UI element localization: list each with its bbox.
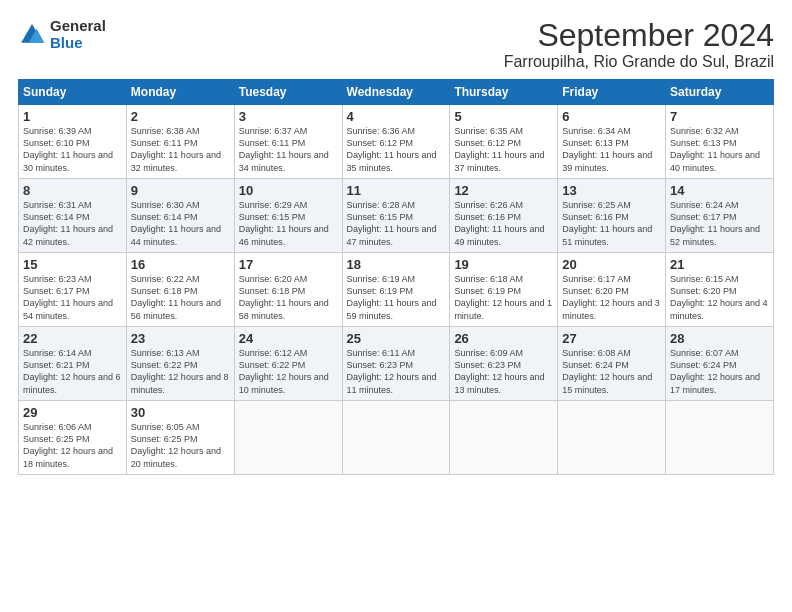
- day-info: Sunrise: 6:30 AMSunset: 6:14 PMDaylight:…: [131, 200, 221, 246]
- day-number: 5: [454, 109, 553, 124]
- day-number: 28: [670, 331, 769, 346]
- day-cell: 29Sunrise: 6:06 AMSunset: 6:25 PMDayligh…: [19, 401, 127, 475]
- day-cell: 18Sunrise: 6:19 AMSunset: 6:19 PMDayligh…: [342, 253, 450, 327]
- day-info: Sunrise: 6:17 AMSunset: 6:20 PMDaylight:…: [562, 274, 660, 320]
- day-info: Sunrise: 6:09 AMSunset: 6:23 PMDaylight:…: [454, 348, 544, 394]
- day-cell: [234, 401, 342, 475]
- header-tuesday: Tuesday: [234, 80, 342, 105]
- day-cell: 12Sunrise: 6:26 AMSunset: 6:16 PMDayligh…: [450, 179, 558, 253]
- day-number: 8: [23, 183, 122, 198]
- day-number: 1: [23, 109, 122, 124]
- day-number: 18: [347, 257, 446, 272]
- day-info: Sunrise: 6:35 AMSunset: 6:12 PMDaylight:…: [454, 126, 544, 172]
- day-cell: 20Sunrise: 6:17 AMSunset: 6:20 PMDayligh…: [558, 253, 666, 327]
- week-row-3: 15Sunrise: 6:23 AMSunset: 6:17 PMDayligh…: [19, 253, 774, 327]
- day-info: Sunrise: 6:06 AMSunset: 6:25 PMDaylight:…: [23, 422, 113, 468]
- day-number: 10: [239, 183, 338, 198]
- day-info: Sunrise: 6:38 AMSunset: 6:11 PMDaylight:…: [131, 126, 221, 172]
- day-number: 17: [239, 257, 338, 272]
- day-info: Sunrise: 6:34 AMSunset: 6:13 PMDaylight:…: [562, 126, 652, 172]
- day-cell: 21Sunrise: 6:15 AMSunset: 6:20 PMDayligh…: [666, 253, 774, 327]
- day-info: Sunrise: 6:15 AMSunset: 6:20 PMDaylight:…: [670, 274, 768, 320]
- day-number: 12: [454, 183, 553, 198]
- day-number: 21: [670, 257, 769, 272]
- day-number: 15: [23, 257, 122, 272]
- logo-general: General: [50, 18, 106, 35]
- header-wednesday: Wednesday: [342, 80, 450, 105]
- day-info: Sunrise: 6:22 AMSunset: 6:18 PMDaylight:…: [131, 274, 221, 320]
- calendar-header-row: SundayMondayTuesdayWednesdayThursdayFrid…: [19, 80, 774, 105]
- logo-icon: [18, 21, 46, 49]
- day-info: Sunrise: 6:20 AMSunset: 6:18 PMDaylight:…: [239, 274, 329, 320]
- day-cell: 13Sunrise: 6:25 AMSunset: 6:16 PMDayligh…: [558, 179, 666, 253]
- week-row-5: 29Sunrise: 6:06 AMSunset: 6:25 PMDayligh…: [19, 401, 774, 475]
- day-cell: 22Sunrise: 6:14 AMSunset: 6:21 PMDayligh…: [19, 327, 127, 401]
- calendar-subtitle: Farroupilha, Rio Grande do Sul, Brazil: [504, 53, 774, 71]
- day-number: 3: [239, 109, 338, 124]
- header: General Blue September 2024 Farroupilha,…: [18, 18, 774, 71]
- day-info: Sunrise: 6:32 AMSunset: 6:13 PMDaylight:…: [670, 126, 760, 172]
- logo-blue: Blue: [50, 35, 106, 52]
- day-cell: 2Sunrise: 6:38 AMSunset: 6:11 PMDaylight…: [126, 105, 234, 179]
- day-number: 6: [562, 109, 661, 124]
- day-cell: 16Sunrise: 6:22 AMSunset: 6:18 PMDayligh…: [126, 253, 234, 327]
- day-cell: [666, 401, 774, 475]
- day-cell: 1Sunrise: 6:39 AMSunset: 6:10 PMDaylight…: [19, 105, 127, 179]
- day-cell: 27Sunrise: 6:08 AMSunset: 6:24 PMDayligh…: [558, 327, 666, 401]
- day-info: Sunrise: 6:18 AMSunset: 6:19 PMDaylight:…: [454, 274, 552, 320]
- logo-text: General Blue: [50, 18, 106, 51]
- week-row-2: 8Sunrise: 6:31 AMSunset: 6:14 PMDaylight…: [19, 179, 774, 253]
- day-number: 29: [23, 405, 122, 420]
- day-cell: 26Sunrise: 6:09 AMSunset: 6:23 PMDayligh…: [450, 327, 558, 401]
- day-number: 14: [670, 183, 769, 198]
- day-number: 23: [131, 331, 230, 346]
- day-number: 22: [23, 331, 122, 346]
- calendar-table: SundayMondayTuesdayWednesdayThursdayFrid…: [18, 79, 774, 475]
- day-info: Sunrise: 6:39 AMSunset: 6:10 PMDaylight:…: [23, 126, 113, 172]
- day-cell: 30Sunrise: 6:05 AMSunset: 6:25 PMDayligh…: [126, 401, 234, 475]
- calendar-title: September 2024: [504, 18, 774, 53]
- day-info: Sunrise: 6:23 AMSunset: 6:17 PMDaylight:…: [23, 274, 113, 320]
- day-info: Sunrise: 6:11 AMSunset: 6:23 PMDaylight:…: [347, 348, 437, 394]
- day-cell: 8Sunrise: 6:31 AMSunset: 6:14 PMDaylight…: [19, 179, 127, 253]
- day-cell: 3Sunrise: 6:37 AMSunset: 6:11 PMDaylight…: [234, 105, 342, 179]
- day-cell: 23Sunrise: 6:13 AMSunset: 6:22 PMDayligh…: [126, 327, 234, 401]
- day-info: Sunrise: 6:24 AMSunset: 6:17 PMDaylight:…: [670, 200, 760, 246]
- day-cell: 9Sunrise: 6:30 AMSunset: 6:14 PMDaylight…: [126, 179, 234, 253]
- day-number: 30: [131, 405, 230, 420]
- day-number: 7: [670, 109, 769, 124]
- day-number: 26: [454, 331, 553, 346]
- day-cell: 4Sunrise: 6:36 AMSunset: 6:12 PMDaylight…: [342, 105, 450, 179]
- day-cell: [450, 401, 558, 475]
- day-cell: 11Sunrise: 6:28 AMSunset: 6:15 PMDayligh…: [342, 179, 450, 253]
- day-number: 24: [239, 331, 338, 346]
- day-number: 20: [562, 257, 661, 272]
- page: General Blue September 2024 Farroupilha,…: [0, 0, 792, 612]
- day-cell: 28Sunrise: 6:07 AMSunset: 6:24 PMDayligh…: [666, 327, 774, 401]
- day-number: 13: [562, 183, 661, 198]
- day-cell: 19Sunrise: 6:18 AMSunset: 6:19 PMDayligh…: [450, 253, 558, 327]
- day-info: Sunrise: 6:14 AMSunset: 6:21 PMDaylight:…: [23, 348, 121, 394]
- header-monday: Monday: [126, 80, 234, 105]
- day-number: 16: [131, 257, 230, 272]
- day-cell: [558, 401, 666, 475]
- day-cell: 17Sunrise: 6:20 AMSunset: 6:18 PMDayligh…: [234, 253, 342, 327]
- day-info: Sunrise: 6:28 AMSunset: 6:15 PMDaylight:…: [347, 200, 437, 246]
- header-sunday: Sunday: [19, 80, 127, 105]
- day-info: Sunrise: 6:26 AMSunset: 6:16 PMDaylight:…: [454, 200, 544, 246]
- day-number: 2: [131, 109, 230, 124]
- day-info: Sunrise: 6:12 AMSunset: 6:22 PMDaylight:…: [239, 348, 329, 394]
- day-info: Sunrise: 6:25 AMSunset: 6:16 PMDaylight:…: [562, 200, 652, 246]
- day-info: Sunrise: 6:31 AMSunset: 6:14 PMDaylight:…: [23, 200, 113, 246]
- day-info: Sunrise: 6:05 AMSunset: 6:25 PMDaylight:…: [131, 422, 221, 468]
- day-number: 9: [131, 183, 230, 198]
- day-cell: 10Sunrise: 6:29 AMSunset: 6:15 PMDayligh…: [234, 179, 342, 253]
- day-number: 27: [562, 331, 661, 346]
- day-number: 19: [454, 257, 553, 272]
- day-info: Sunrise: 6:08 AMSunset: 6:24 PMDaylight:…: [562, 348, 652, 394]
- day-number: 4: [347, 109, 446, 124]
- day-cell: 6Sunrise: 6:34 AMSunset: 6:13 PMDaylight…: [558, 105, 666, 179]
- header-friday: Friday: [558, 80, 666, 105]
- day-number: 11: [347, 183, 446, 198]
- header-saturday: Saturday: [666, 80, 774, 105]
